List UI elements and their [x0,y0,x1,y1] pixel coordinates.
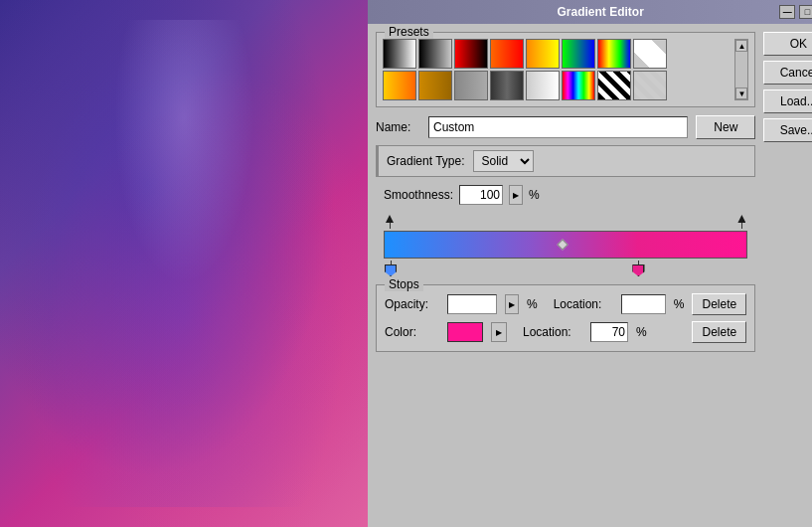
preset-swatch-15[interactable] [633,71,667,100]
color-location-pct: % [636,325,647,339]
preset-swatch-5[interactable] [562,39,595,69]
presets-scrollbar[interactable]: ▲ ▼ [734,39,748,100]
smoothness-pct: % [529,188,540,202]
opacity-location-pct: % [674,297,685,311]
opacity-delete-button[interactable]: Delete [692,293,746,315]
presets-group: Presets ▲ ▼ [376,32,755,107]
gradient-midpoint[interactable] [558,240,568,250]
dialog-content: Presets ▲ ▼ Name: [368,24,812,527]
color-stop-marker-left [385,264,397,276]
minimize-button[interactable]: — [779,5,795,19]
color-stop-marker-pink [632,264,644,276]
preset-swatch-11[interactable] [490,71,524,100]
save-button[interactable]: Save... [763,118,812,142]
opacity-value-input[interactable] [447,294,497,314]
opacity-label: Opacity: [385,297,439,311]
preset-swatch-2[interactable] [454,39,488,69]
color-label: Color: [385,325,439,339]
preset-swatch-8[interactable] [383,71,416,100]
opacity-pct: % [527,297,538,311]
smoothness-input[interactable] [459,185,503,205]
gradient-bar[interactable] [384,231,747,259]
opacity-stepper[interactable]: ▶ [505,294,519,314]
main-panel: Presets ▲ ▼ Name: [376,32,812,519]
opacity-stop-left[interactable] [384,215,396,229]
ok-button[interactable]: OK [763,32,812,56]
gradient-type-row: Gradient Type: Solid Noise [376,145,755,177]
color-location-label: Location: [523,325,582,339]
preset-swatch-7[interactable] [633,39,667,69]
color-arrow-button[interactable]: ▶ [491,322,507,342]
smoothness-row: Smoothness: ▶ % [376,183,755,207]
color-stops-controls-row: Color: ▶ Location: % Delete [385,321,746,343]
color-stops-row [384,261,747,276]
presets-grid [383,39,731,100]
preset-swatch-1[interactable] [418,39,452,69]
opacity-stops-controls-row: Opacity: ▶ % Location: % Delete [385,293,746,315]
color-stop-pink[interactable] [631,261,645,276]
stops-legend: Stops [385,277,423,291]
left-panel: Presets ▲ ▼ Name: [376,32,755,519]
midpoint-diamond [557,239,568,250]
preset-swatch-10[interactable] [454,71,488,100]
opacity-location-label: Location: [554,297,613,311]
title-bar-text: Gradient Editor [423,5,777,19]
presets-inner: ▲ ▼ [383,39,748,100]
opacity-stop-line-left [390,223,391,229]
photo-figure [0,0,368,527]
color-stop-line-pink [638,261,639,264]
new-button[interactable]: New [696,115,755,139]
smoothness-label: Smoothness: [384,188,453,202]
color-delete-button[interactable]: Delete [692,321,746,343]
opacity-stop-right[interactable] [735,215,747,229]
stops-group: Stops Opacity: ▶ % Location: % Delete [376,284,755,352]
gradient-type-label: Gradient Type: [387,154,465,168]
scroll-thumb [735,52,747,88]
maximize-button[interactable]: □ [799,5,812,19]
preset-swatch-13[interactable] [562,71,595,100]
preset-swatch-4[interactable] [526,39,560,69]
color-location-input[interactable] [590,322,628,342]
name-row: Name: New [376,115,755,139]
smoothness-stepper[interactable]: ▶ [509,185,523,205]
preset-swatch-9[interactable] [418,71,452,100]
opacity-stop-marker-right [737,215,745,223]
color-stop-line-left [391,261,392,264]
color-stop-left[interactable] [384,261,398,276]
gradient-bar-area [376,213,755,278]
name-input[interactable] [428,116,688,138]
preset-swatch-3[interactable] [490,39,524,69]
preset-swatch-12[interactable] [526,71,560,100]
scroll-up-arrow[interactable]: ▲ [735,40,747,52]
gradient-type-select[interactable]: Solid Noise [473,150,534,172]
load-button[interactable]: Load... [763,89,812,113]
scroll-down-arrow[interactable]: ▼ [735,88,747,99]
person-silhouette [20,20,348,507]
preset-swatch-6[interactable] [597,39,631,69]
cancel-button[interactable]: Cancel [763,61,812,85]
opacity-location-input[interactable] [621,294,666,314]
presets-legend: Presets [385,25,433,39]
opacity-stops-row [384,215,747,229]
dialog-area: Gradient Editor — □ ✕ Presets ▲ [368,0,812,527]
opacity-stop-line-right [741,223,742,229]
opacity-stop-marker-left [386,215,394,223]
right-buttons: OK Cancel Load... Save... [763,32,812,519]
preset-swatch-0[interactable] [383,39,416,69]
preset-swatch-14[interactable] [597,71,631,100]
title-bar: Gradient Editor — □ ✕ [368,0,812,24]
name-label: Name: [376,120,420,134]
photo-area [0,0,368,527]
color-swatch[interactable] [447,322,483,342]
